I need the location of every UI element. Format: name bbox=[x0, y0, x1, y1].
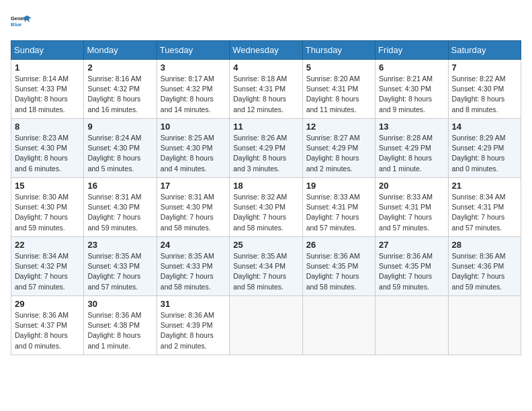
day-info: Sunrise: 8:27 AMSunset: 4:29 PMDaylight:… bbox=[306, 133, 371, 174]
calendar-cell: 6Sunrise: 8:21 AMSunset: 4:30 PMDaylight… bbox=[375, 60, 448, 119]
day-number: 10 bbox=[161, 122, 226, 132]
calendar-cell: 30Sunrise: 8:36 AMSunset: 4:38 PMDayligh… bbox=[84, 296, 157, 355]
calendar-table: SundayMondayTuesdayWednesdayThursdayFrid… bbox=[11, 40, 521, 355]
day-number: 22 bbox=[15, 240, 80, 250]
day-info: Sunrise: 8:35 AMSunset: 4:33 PMDaylight:… bbox=[87, 251, 152, 292]
day-number: 23 bbox=[87, 240, 152, 250]
calendar-cell bbox=[375, 296, 448, 355]
calendar-cell: 1Sunrise: 8:14 AMSunset: 4:33 PMDaylight… bbox=[11, 60, 84, 119]
calendar-cell: 13Sunrise: 8:28 AMSunset: 4:29 PMDayligh… bbox=[375, 119, 448, 178]
calendar-cell: 9Sunrise: 8:24 AMSunset: 4:30 PMDaylight… bbox=[84, 119, 157, 178]
calendar-cell: 31Sunrise: 8:36 AMSunset: 4:39 PMDayligh… bbox=[157, 296, 229, 355]
calendar-cell bbox=[230, 296, 302, 355]
day-number: 5 bbox=[306, 62, 371, 73]
day-info: Sunrise: 8:17 AMSunset: 4:32 PMDaylight:… bbox=[161, 74, 226, 115]
day-info: Sunrise: 8:23 AMSunset: 4:30 PMDaylight:… bbox=[15, 133, 80, 174]
column-header-tuesday: Tuesday bbox=[157, 41, 229, 60]
day-info: Sunrise: 8:29 AMSunset: 4:29 PMDaylight:… bbox=[452, 133, 517, 174]
day-info: Sunrise: 8:18 AMSunset: 4:31 PMDaylight:… bbox=[233, 74, 298, 115]
calendar-body: 1Sunrise: 8:14 AMSunset: 4:33 PMDaylight… bbox=[11, 60, 521, 355]
column-header-thursday: Thursday bbox=[302, 41, 375, 60]
day-number: 20 bbox=[379, 181, 444, 191]
column-header-monday: Monday bbox=[84, 41, 157, 60]
day-info: Sunrise: 8:33 AMSunset: 4:31 PMDaylight:… bbox=[379, 192, 444, 233]
day-info: Sunrise: 8:36 AMSunset: 4:39 PMDaylight:… bbox=[161, 310, 226, 351]
calendar-cell: 15Sunrise: 8:30 AMSunset: 4:30 PMDayligh… bbox=[11, 178, 84, 237]
day-number: 19 bbox=[306, 181, 371, 191]
column-header-saturday: Saturday bbox=[448, 41, 521, 60]
calendar-cell: 26Sunrise: 8:36 AMSunset: 4:35 PMDayligh… bbox=[302, 237, 375, 296]
day-number: 3 bbox=[161, 62, 226, 73]
day-info: Sunrise: 8:31 AMSunset: 4:30 PMDaylight:… bbox=[161, 192, 226, 233]
day-info: Sunrise: 8:26 AMSunset: 4:29 PMDaylight:… bbox=[233, 133, 298, 174]
day-info: Sunrise: 8:24 AMSunset: 4:30 PMDaylight:… bbox=[87, 133, 152, 174]
logo: GeneralBlue bbox=[11, 11, 32, 32]
day-info: Sunrise: 8:36 AMSunset: 4:38 PMDaylight:… bbox=[87, 310, 152, 351]
day-number: 6 bbox=[379, 62, 444, 73]
calendar-week-1: 1Sunrise: 8:14 AMSunset: 4:33 PMDaylight… bbox=[11, 60, 521, 119]
day-info: Sunrise: 8:30 AMSunset: 4:30 PMDaylight:… bbox=[15, 192, 80, 233]
svg-text:Blue: Blue bbox=[11, 21, 21, 28]
day-number: 26 bbox=[306, 240, 371, 250]
day-number: 11 bbox=[233, 122, 298, 132]
day-info: Sunrise: 8:36 AMSunset: 4:35 PMDaylight:… bbox=[306, 251, 371, 292]
calendar-cell: 24Sunrise: 8:35 AMSunset: 4:33 PMDayligh… bbox=[157, 237, 229, 296]
day-info: Sunrise: 8:22 AMSunset: 4:30 PMDaylight:… bbox=[452, 74, 517, 115]
column-header-friday: Friday bbox=[375, 41, 448, 60]
day-number: 8 bbox=[15, 122, 80, 132]
calendar-week-2: 8Sunrise: 8:23 AMSunset: 4:30 PMDaylight… bbox=[11, 119, 521, 178]
calendar-week-5: 29Sunrise: 8:36 AMSunset: 4:37 PMDayligh… bbox=[11, 296, 521, 355]
day-number: 31 bbox=[161, 299, 226, 309]
calendar-cell: 12Sunrise: 8:27 AMSunset: 4:29 PMDayligh… bbox=[302, 119, 375, 178]
day-info: Sunrise: 8:21 AMSunset: 4:30 PMDaylight:… bbox=[379, 74, 444, 115]
day-info: Sunrise: 8:35 AMSunset: 4:34 PMDaylight:… bbox=[233, 251, 298, 292]
calendar-cell: 28Sunrise: 8:36 AMSunset: 4:36 PMDayligh… bbox=[448, 237, 521, 296]
calendar-cell bbox=[448, 296, 521, 355]
calendar-cell: 3Sunrise: 8:17 AMSunset: 4:32 PMDaylight… bbox=[157, 60, 229, 119]
day-number: 27 bbox=[379, 240, 444, 250]
calendar-week-4: 22Sunrise: 8:34 AMSunset: 4:32 PMDayligh… bbox=[11, 237, 521, 296]
day-info: Sunrise: 8:36 AMSunset: 4:37 PMDaylight:… bbox=[15, 310, 80, 351]
calendar-cell: 27Sunrise: 8:36 AMSunset: 4:35 PMDayligh… bbox=[375, 237, 448, 296]
day-number: 28 bbox=[452, 240, 517, 250]
calendar-cell: 4Sunrise: 8:18 AMSunset: 4:31 PMDaylight… bbox=[230, 60, 302, 119]
day-info: Sunrise: 8:36 AMSunset: 4:36 PMDaylight:… bbox=[452, 251, 517, 292]
day-number: 13 bbox=[379, 122, 444, 132]
day-info: Sunrise: 8:32 AMSunset: 4:30 PMDaylight:… bbox=[233, 192, 298, 233]
day-info: Sunrise: 8:33 AMSunset: 4:31 PMDaylight:… bbox=[306, 192, 371, 233]
calendar-cell: 2Sunrise: 8:16 AMSunset: 4:32 PMDaylight… bbox=[84, 60, 157, 119]
day-info: Sunrise: 8:31 AMSunset: 4:30 PMDaylight:… bbox=[87, 192, 152, 233]
day-number: 16 bbox=[87, 181, 152, 191]
page-header: GeneralBlue bbox=[11, 11, 521, 32]
column-header-sunday: Sunday bbox=[11, 41, 84, 60]
day-info: Sunrise: 8:34 AMSunset: 4:32 PMDaylight:… bbox=[15, 251, 80, 292]
day-info: Sunrise: 8:28 AMSunset: 4:29 PMDaylight:… bbox=[379, 133, 444, 174]
calendar-cell: 11Sunrise: 8:26 AMSunset: 4:29 PMDayligh… bbox=[230, 119, 302, 178]
day-info: Sunrise: 8:34 AMSunset: 4:31 PMDaylight:… bbox=[452, 192, 517, 233]
day-number: 1 bbox=[15, 62, 80, 73]
column-header-wednesday: Wednesday bbox=[230, 41, 302, 60]
calendar-cell: 7Sunrise: 8:22 AMSunset: 4:30 PMDaylight… bbox=[448, 60, 521, 119]
day-info: Sunrise: 8:16 AMSunset: 4:32 PMDaylight:… bbox=[87, 74, 152, 115]
day-number: 17 bbox=[161, 181, 226, 191]
calendar-cell: 21Sunrise: 8:34 AMSunset: 4:31 PMDayligh… bbox=[448, 178, 521, 237]
day-info: Sunrise: 8:36 AMSunset: 4:35 PMDaylight:… bbox=[379, 251, 444, 292]
calendar-cell: 5Sunrise: 8:20 AMSunset: 4:31 PMDaylight… bbox=[302, 60, 375, 119]
day-number: 29 bbox=[15, 299, 80, 309]
day-info: Sunrise: 8:20 AMSunset: 4:31 PMDaylight:… bbox=[306, 74, 371, 115]
calendar-header-row: SundayMondayTuesdayWednesdayThursdayFrid… bbox=[11, 41, 521, 60]
calendar-cell: 20Sunrise: 8:33 AMSunset: 4:31 PMDayligh… bbox=[375, 178, 448, 237]
calendar-cell: 19Sunrise: 8:33 AMSunset: 4:31 PMDayligh… bbox=[302, 178, 375, 237]
calendar-cell: 22Sunrise: 8:34 AMSunset: 4:32 PMDayligh… bbox=[11, 237, 84, 296]
calendar-cell: 14Sunrise: 8:29 AMSunset: 4:29 PMDayligh… bbox=[448, 119, 521, 178]
day-number: 24 bbox=[161, 240, 226, 250]
calendar-cell: 10Sunrise: 8:25 AMSunset: 4:30 PMDayligh… bbox=[157, 119, 229, 178]
day-number: 15 bbox=[15, 181, 80, 191]
calendar-cell: 16Sunrise: 8:31 AMSunset: 4:30 PMDayligh… bbox=[84, 178, 157, 237]
day-info: Sunrise: 8:35 AMSunset: 4:33 PMDaylight:… bbox=[161, 251, 226, 292]
day-number: 25 bbox=[233, 240, 298, 250]
day-number: 30 bbox=[87, 299, 152, 309]
calendar-cell: 23Sunrise: 8:35 AMSunset: 4:33 PMDayligh… bbox=[84, 237, 157, 296]
logo-icon: GeneralBlue bbox=[11, 11, 32, 32]
day-number: 21 bbox=[452, 181, 517, 191]
